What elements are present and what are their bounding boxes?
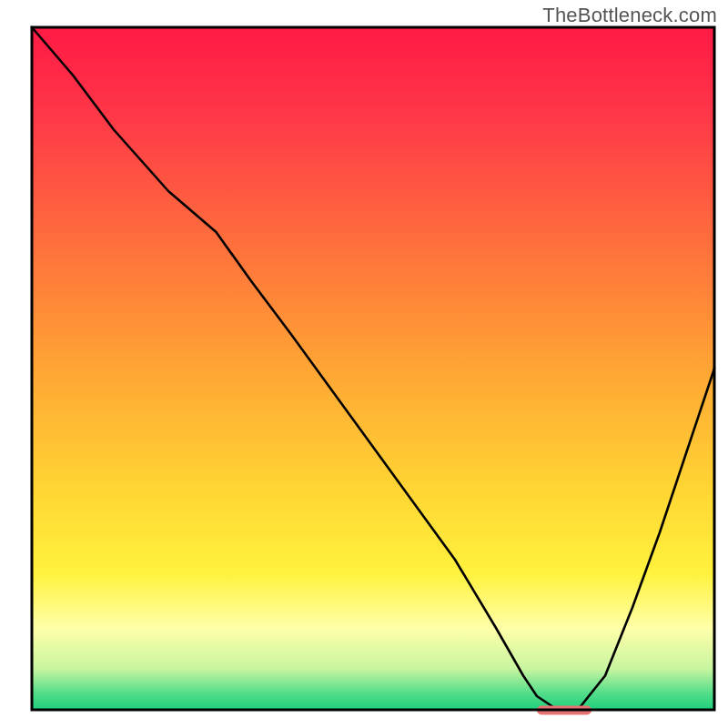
- gradient-background: [32, 27, 714, 710]
- bottleneck-chart: [0, 0, 728, 728]
- chart-frame: TheBottleneck.com: [0, 0, 728, 728]
- watermark-text: TheBottleneck.com: [542, 4, 717, 27]
